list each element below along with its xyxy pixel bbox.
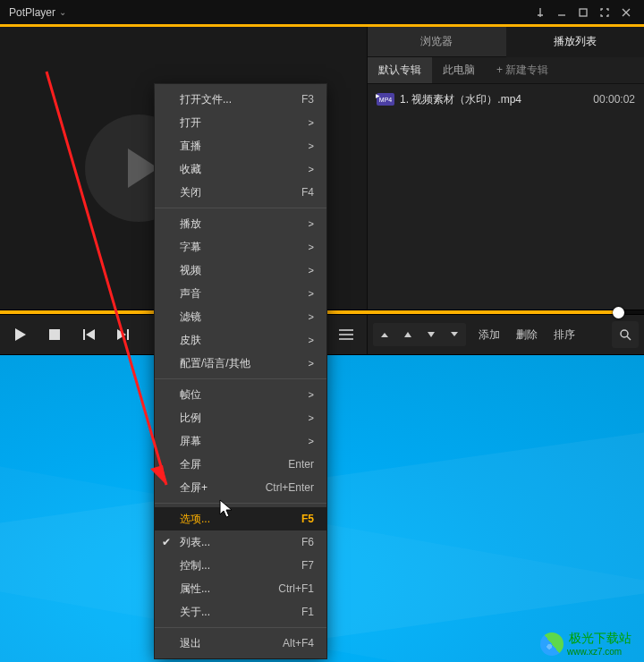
playlist[interactable]: MP4 1. 视频素材（水印）.mp4 00:00:02 [368,84,644,310]
menu-open[interactable]: 打开> [155,111,326,134]
context-menu: 打开文件...F3 打开> 直播> 收藏> 关闭F4 播放> 字幕> 视频> 声… [155,84,326,658]
watermark: 极光下载站 www.xz7.com [540,631,631,657]
menu-screen[interactable]: 屏幕> [155,429,326,453]
close-button[interactable] [615,4,637,21]
move-up-button[interactable] [396,323,419,346]
menu-config[interactable]: 配置/语言/其他> [155,352,326,375]
menu-favorites[interactable]: 收藏> [155,157,326,181]
playlist-item-name: 视频素材（水印）.mp4 [411,92,521,107]
tab-browser[interactable]: 浏览器 [368,27,506,57]
menu-ratio[interactable]: 比例> [155,406,326,429]
add-button[interactable]: 添加 [471,322,507,347]
delete-button[interactable]: 删除 [509,322,545,347]
playlist-item-index: 1. [400,93,409,106]
menu-props[interactable]: 属性...Ctrl+F1 [155,577,326,600]
menu-filter[interactable]: 滤镜> [155,305,326,328]
sort-button[interactable]: 排序 [547,322,582,347]
menu-open-file[interactable]: 打开文件...F3 [155,88,326,111]
chevron-down-icon: ⌄ [59,7,66,17]
menu-options[interactable]: 选项...F5 [155,507,326,530]
menu-about[interactable]: 关于...F1 [155,600,326,624]
watermark-swirl-icon [540,632,564,656]
menu-exit[interactable]: 退出Alt+F4 [155,632,326,655]
check-icon: ✔ [162,536,171,548]
move-down-button[interactable] [419,323,443,346]
menu-audio[interactable]: 声音> [155,282,326,305]
stop-button[interactable] [38,315,72,354]
menu-control[interactable]: 控制...F7 [155,554,326,577]
hamburger-button[interactable] [329,315,363,354]
playlist-item[interactable]: MP4 1. 视频素材（水印）.mp4 00:00:02 [377,89,635,109]
menu-skin[interactable]: 皮肤> [155,328,326,352]
prev-button[interactable] [72,315,106,354]
move-top-button[interactable] [373,323,396,346]
menu-fullscreen-plus[interactable]: 全屏+Ctrl+Enter [155,476,326,499]
filetype-icon: MP4 [377,93,394,106]
playlist-item-duration: 00:00:02 [593,93,635,106]
side-panel: 浏览器 播放列表 默认专辑 此电脑 + 新建专辑 MP4 1. 视频素材（水印）… [367,27,644,310]
titlebar[interactable]: PotPlayer ⌄ [0,0,644,27]
play-button[interactable] [4,315,38,354]
pin-button[interactable] [530,4,551,21]
app-title[interactable]: PotPlayer ⌄ [9,6,66,19]
svg-rect-0 [580,9,587,16]
next-button[interactable] [106,315,140,354]
move-bottom-button[interactable] [443,323,466,346]
fullscreen-button[interactable] [594,4,615,21]
menu-play[interactable]: 播放> [155,212,326,235]
playlist-controls: 添加 删除 排序 [367,315,644,354]
mouse-cursor-icon [219,499,235,522]
watermark-suburl: www.xz7.com [567,647,631,657]
svg-rect-1 [49,329,60,340]
menu-list[interactable]: ✔列表...F6 [155,530,326,554]
menu-fullscreen[interactable]: 全屏Enter [155,453,326,476]
menu-subtitle[interactable]: 字幕> [155,235,326,259]
menu-live[interactable]: 直播> [155,134,326,157]
tab-playlist[interactable]: 播放列表 [506,27,645,57]
maximize-button[interactable] [572,4,594,21]
app-name: PotPlayer [9,6,55,19]
menu-video[interactable]: 视频> [155,259,326,282]
minimize-button[interactable] [551,4,572,21]
menu-close[interactable]: 关闭F4 [155,181,326,204]
subtab-thispc[interactable]: 此电脑 [432,57,486,83]
search-button[interactable] [612,321,639,348]
menu-frame[interactable]: 帧位> [155,383,326,406]
watermark-text: 极光下载站 [569,631,631,647]
svg-point-2 [621,330,628,337]
subtab-default[interactable]: 默认专辑 [368,57,432,83]
subtab-new[interactable]: + 新建专辑 [486,57,559,83]
